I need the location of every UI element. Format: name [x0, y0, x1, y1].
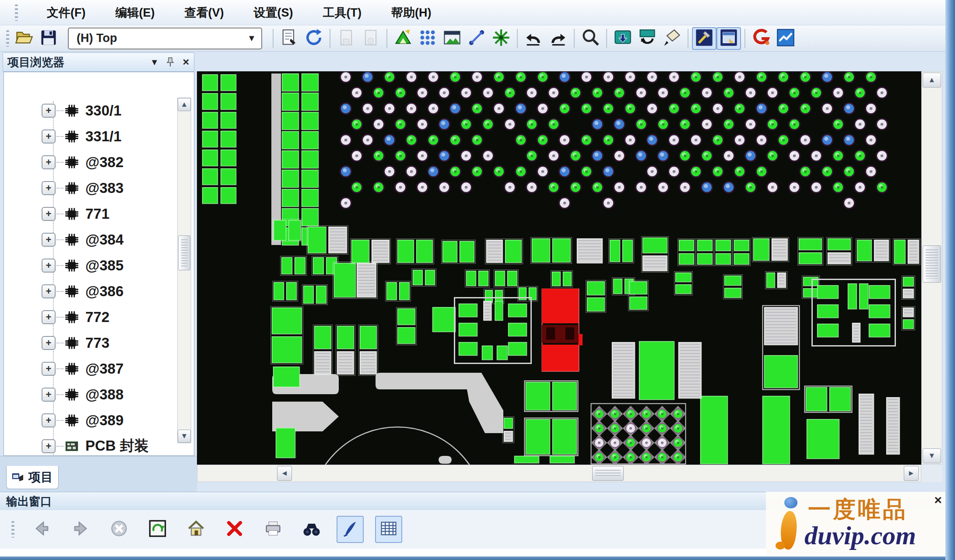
expand-plus-icon[interactable]: +: [42, 284, 56, 298]
menu-item-1[interactable]: 编辑(E): [112, 3, 158, 22]
scroll-down-button[interactable]: ▼: [923, 448, 941, 463]
chevron-down-icon[interactable]: ▼: [242, 33, 261, 43]
scroll-left-button[interactable]: ◄: [277, 466, 292, 481]
expand-plus-icon[interactable]: +: [42, 130, 56, 144]
panel-collapse-button[interactable]: ▼: [147, 55, 162, 69]
refresh-button[interactable]: [302, 27, 326, 50]
expand-plus-icon[interactable]: +: [42, 336, 56, 350]
signature-pen-button[interactable]: [337, 516, 364, 543]
tab-project[interactable]: 项目: [6, 466, 59, 489]
find-binoculars-button[interactable]: [298, 516, 325, 543]
image-view-button[interactable]: [440, 27, 464, 50]
tree-item-PCB-[interactable]: + PCB 封装: [4, 433, 192, 456]
toolbar-separator: [517, 29, 518, 48]
properties-button[interactable]: [277, 27, 302, 50]
expand-plus-icon[interactable]: +: [42, 388, 56, 402]
expand-plus-icon[interactable]: +: [42, 104, 56, 118]
tool-window-button[interactable]: [716, 27, 741, 50]
measure-line-button[interactable]: [464, 27, 489, 50]
tree-scrollbar[interactable]: ▲ ▼: [177, 98, 191, 443]
tree-item-@389[interactable]: + @389: [4, 407, 192, 433]
scrollbar-thumb[interactable]: [178, 235, 190, 270]
undo-button[interactable]: [521, 27, 546, 50]
stop-circle-button[interactable]: [105, 516, 133, 543]
import-green-button[interactable]: [391, 27, 415, 50]
scrollbar-thumb[interactable]: [592, 466, 624, 481]
tree-item-331/1[interactable]: + 331/1: [4, 123, 192, 149]
redo-icon: [548, 28, 568, 49]
tree-item-label: 331/1: [85, 128, 122, 145]
grid-table-button[interactable]: [375, 516, 402, 543]
scroll-right-button[interactable]: ►: [904, 466, 919, 481]
scrollbar-thumb[interactable]: [923, 245, 941, 283]
layer-select-combo[interactable]: (H) Top ▼: [68, 28, 262, 49]
expand-plus-icon[interactable]: +: [42, 207, 56, 221]
expand-plus-icon[interactable]: +: [42, 181, 56, 195]
menu-item-3[interactable]: 设置(S): [250, 3, 296, 22]
fit-teal-button[interactable]: [611, 27, 635, 50]
starburst-button[interactable]: [489, 27, 513, 50]
window-frame-bottom: [0, 556, 945, 560]
menu-item-5[interactable]: 帮助(H): [388, 3, 435, 22]
scroll-down-button[interactable]: ▼: [178, 430, 191, 443]
recycle-box-button[interactable]: [144, 516, 171, 543]
tree-item-@388[interactable]: + @388: [4, 382, 192, 407]
panel-close-button[interactable]: ✕: [178, 55, 194, 69]
menu-item-0[interactable]: 文件(F): [43, 3, 89, 22]
tree-item-@387[interactable]: + @387: [4, 356, 192, 382]
expand-plus-icon[interactable]: +: [42, 310, 56, 324]
scroll-up-button[interactable]: ▲: [923, 73, 941, 88]
open-folder-button[interactable]: [12, 27, 36, 50]
blue-wave-button[interactable]: [773, 27, 798, 50]
toolbar-separator: [744, 29, 745, 48]
tool-hammer-button[interactable]: [692, 27, 716, 50]
nav-forward-button[interactable]: [67, 516, 94, 543]
toolbar-grip[interactable]: [11, 521, 14, 538]
net-dots-button[interactable]: [415, 27, 440, 50]
canvas-vertical-scrollbar[interactable]: ▲ ▼: [921, 71, 942, 465]
tree-item-@384[interactable]: + @384: [4, 227, 192, 252]
menu-bar: 文件(F)编辑(E)查看(V)设置(S)工具(T)帮助(H): [0, 0, 955, 25]
zoom-magnifier-button[interactable]: [578, 27, 603, 50]
chip-icon: [64, 156, 79, 169]
rotate-teal-button[interactable]: [635, 27, 660, 50]
expand-plus-icon[interactable]: +: [42, 362, 56, 376]
toolbar-grip[interactable]: [6, 30, 9, 47]
red-g-button[interactable]: [749, 27, 773, 50]
tree-item-@382[interactable]: + @382: [4, 149, 192, 175]
tree-item-label: 771: [85, 206, 109, 222]
chip-icon: [64, 362, 79, 375]
pcb-canvas-viewport[interactable]: [197, 71, 921, 465]
main-toolbar: (H) Top ▼: [0, 25, 955, 52]
redo-button[interactable]: [546, 27, 570, 50]
save-button[interactable]: [36, 27, 61, 50]
tree-connector: [56, 188, 63, 189]
expand-plus-icon[interactable]: +: [42, 259, 56, 273]
scroll-up-button[interactable]: ▲: [178, 98, 191, 111]
toolbar-separator: [386, 29, 387, 48]
watermark-close-button[interactable]: ×: [934, 493, 942, 508]
print-button[interactable]: [260, 516, 287, 543]
tree-item-@385[interactable]: + @385: [4, 252, 192, 278]
tree-item-772[interactable]: + 772: [4, 304, 192, 330]
delete-x-button[interactable]: [221, 516, 248, 543]
menu-item-4[interactable]: 工具(T): [319, 3, 365, 22]
tree-item-@383[interactable]: + @383: [4, 175, 192, 201]
tree-item-330/1[interactable]: + 330/1: [4, 98, 192, 123]
panel-pin-button[interactable]: [162, 55, 178, 69]
tree-item-771[interactable]: + 771: [4, 201, 192, 227]
brush-button[interactable]: [660, 27, 684, 50]
window-frame-right: [945, 0, 955, 560]
expand-plus-icon[interactable]: +: [42, 413, 56, 427]
menu-item-2[interactable]: 查看(V): [181, 3, 227, 22]
home-button[interactable]: [183, 516, 210, 543]
expand-plus-icon[interactable]: +: [42, 439, 56, 453]
expand-plus-icon[interactable]: +: [42, 155, 56, 169]
blue-wave-icon: [776, 28, 795, 49]
tree-item-@386[interactable]: + @386: [4, 278, 192, 304]
expand-plus-icon[interactable]: +: [42, 233, 56, 247]
toolbar-grip[interactable]: [15, 4, 18, 21]
nav-back-button[interactable]: [28, 516, 56, 543]
canvas-horizontal-scrollbar[interactable]: ◄ ►: [197, 465, 921, 482]
tree-item-773[interactable]: + 773: [4, 330, 192, 356]
